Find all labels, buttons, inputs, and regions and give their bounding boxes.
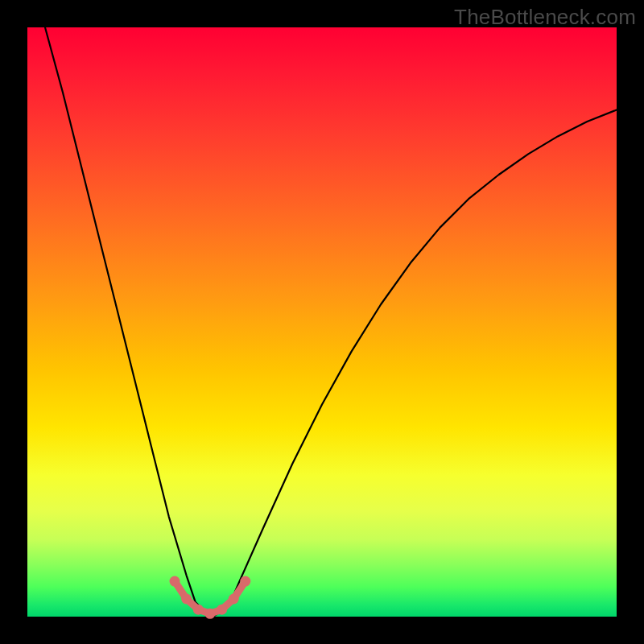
marker-dot (181, 594, 192, 605)
watermark-text: TheBottleneck.com (454, 5, 636, 30)
marker-dot (217, 605, 227, 615)
marker-dot (170, 576, 180, 587)
marker-dot (240, 576, 250, 587)
curve-layer (27, 27, 617, 617)
marker-dot (204, 609, 215, 619)
plot-area (27, 27, 617, 617)
marker-dot (193, 605, 204, 615)
marker-dot (229, 594, 239, 605)
chart-frame: TheBottleneck.com (0, 0, 644, 644)
bottleneck-curve (27, 0, 617, 617)
